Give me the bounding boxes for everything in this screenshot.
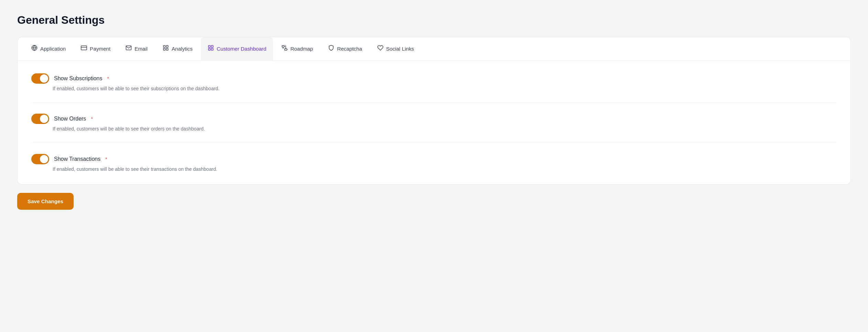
dashboard-icon [208, 45, 214, 53]
svg-rect-11 [208, 49, 210, 50]
roadmap-icon [281, 45, 287, 53]
svg-rect-4 [163, 45, 165, 47]
settings-card: Application Payment Email [17, 37, 851, 185]
tab-payment[interactable]: Payment [74, 37, 117, 61]
show-transactions-label: Show Transactions [54, 156, 100, 162]
show-subscriptions-description: If enabled, customers will be able to se… [53, 86, 837, 91]
tab-email-label: Email [134, 46, 148, 52]
tab-customer-dashboard-label: Customer Dashboard [217, 46, 266, 52]
shield-icon [328, 45, 334, 53]
show-orders-toggle[interactable] [31, 114, 49, 124]
show-orders-description: If enabled, customers will be able to se… [53, 126, 837, 132]
email-icon [126, 45, 132, 53]
save-changes-button[interactable]: Save Changes [17, 193, 74, 210]
tabs-bar: Application Payment Email [18, 37, 850, 61]
tab-recaptcha[interactable]: Recaptcha [321, 37, 369, 61]
divider-1 [31, 102, 837, 103]
show-subscriptions-label: Show Subscriptions [54, 75, 102, 82]
svg-rect-2 [81, 46, 87, 50]
tab-application[interactable]: Application [24, 37, 73, 61]
tab-social-links-label: Social Links [386, 46, 414, 52]
tab-roadmap-label: Roadmap [290, 46, 313, 52]
svg-rect-10 [211, 49, 213, 50]
required-star-subscriptions: * [107, 76, 109, 81]
show-subscriptions-toggle[interactable] [31, 73, 49, 84]
setting-show-transactions: Show Transactions* If enabled, customers… [31, 154, 837, 172]
credit-card-icon [81, 45, 87, 53]
required-star-orders: * [91, 116, 93, 122]
tab-recaptcha-label: Recaptcha [337, 46, 362, 52]
show-orders-label: Show Orders [54, 116, 86, 122]
settings-content: Show Subscriptions* If enabled, customer… [18, 61, 850, 184]
divider-2 [31, 143, 837, 143]
svg-rect-5 [166, 45, 168, 47]
tab-roadmap[interactable]: Roadmap [274, 37, 320, 61]
tab-application-label: Application [40, 46, 66, 52]
show-transactions-toggle[interactable] [31, 154, 49, 164]
tab-social-links[interactable]: Social Links [370, 37, 421, 61]
toggle-thumb-subscriptions [40, 74, 48, 83]
required-star-transactions: * [105, 156, 107, 162]
heart-icon [377, 45, 383, 53]
toggle-thumb-transactions [40, 155, 48, 163]
tab-analytics-label: Analytics [172, 46, 193, 52]
grid-icon [163, 45, 169, 53]
tab-customer-dashboard[interactable]: Customer Dashboard [201, 37, 273, 61]
tab-payment-label: Payment [90, 46, 110, 52]
globe-icon [31, 45, 37, 53]
setting-show-orders: Show Orders* If enabled, customers will … [31, 114, 837, 132]
show-transactions-description: If enabled, customers will be able to se… [53, 166, 837, 172]
tab-analytics[interactable]: Analytics [156, 37, 199, 61]
toggle-thumb-orders [40, 115, 48, 123]
svg-rect-8 [208, 45, 210, 47]
svg-rect-7 [163, 49, 165, 50]
tab-email[interactable]: Email [119, 37, 154, 61]
setting-show-subscriptions: Show Subscriptions* If enabled, customer… [31, 73, 837, 91]
page-title: General Settings [17, 14, 851, 27]
svg-rect-9 [211, 45, 213, 47]
svg-rect-6 [166, 49, 168, 50]
